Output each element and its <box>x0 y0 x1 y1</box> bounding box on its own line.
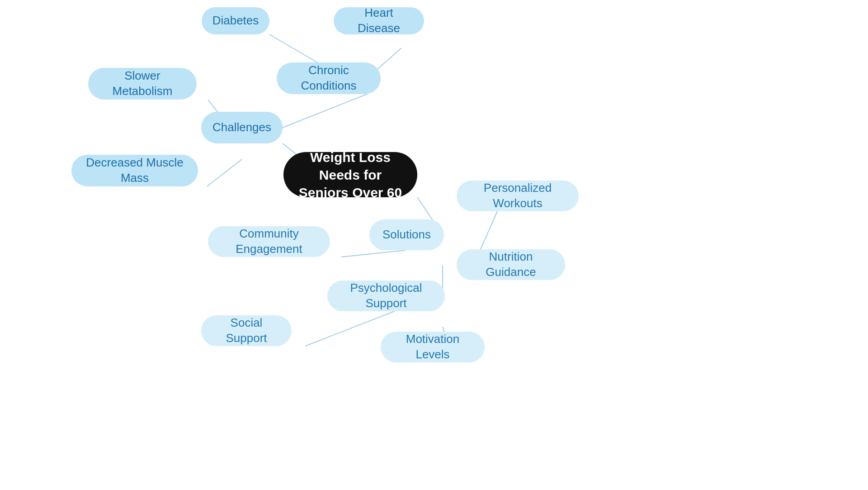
social-support-label: Social Support <box>214 315 279 346</box>
motivation-levels-node[interactable]: Motivation Levels <box>381 332 485 362</box>
svg-line-1 <box>283 94 367 128</box>
psychological-support-node[interactable]: Psychological Support <box>327 281 445 311</box>
motivation-levels-label: Motivation Levels <box>393 332 472 362</box>
decreased-muscle-label: Decreased Muscle Mass <box>84 155 185 186</box>
nutrition-guidance-node[interactable]: Nutrition Guidance <box>457 249 565 280</box>
challenges-label: Challenges <box>212 120 271 135</box>
chronic-conditions-node[interactable]: Chronic Conditions <box>277 62 381 94</box>
personalized-workouts-node[interactable]: Personalized Workouts <box>457 181 579 211</box>
svg-line-9 <box>341 250 406 257</box>
slower-metabolism-label: Slower Metabolism <box>101 68 184 99</box>
slower-metabolism-node[interactable]: Slower Metabolism <box>88 68 197 100</box>
diabetes-label: Diabetes <box>212 13 259 29</box>
center-node-label: Weight Loss Needs for Seniors Over 60 <box>296 148 405 201</box>
center-node[interactable]: Weight Loss Needs for Seniors Over 60 <box>283 152 417 197</box>
heart-disease-label: Heart Disease <box>346 5 411 36</box>
svg-line-5 <box>207 159 242 186</box>
psychological-support-label: Psychological Support <box>340 281 432 311</box>
community-engagement-label: Community Engagement <box>221 226 317 257</box>
decreased-muscle-node[interactable]: Decreased Muscle Mass <box>71 155 198 186</box>
heart-disease-node[interactable]: Heart Disease <box>334 7 424 34</box>
svg-line-11 <box>305 311 394 346</box>
challenges-node[interactable]: Challenges <box>201 112 283 143</box>
solutions-node[interactable]: Solutions <box>369 219 444 250</box>
chronic-conditions-label: Chronic Conditions <box>289 63 368 94</box>
social-support-node[interactable]: Social Support <box>201 315 292 346</box>
diabetes-node[interactable]: Diabetes <box>202 7 269 34</box>
svg-line-7 <box>480 211 497 250</box>
personalized-workouts-label: Personalized Workouts <box>469 181 566 211</box>
nutrition-guidance-label: Nutrition Guidance <box>469 249 552 280</box>
solutions-label: Solutions <box>382 227 431 243</box>
community-engagement-node[interactable]: Community Engagement <box>208 226 330 257</box>
